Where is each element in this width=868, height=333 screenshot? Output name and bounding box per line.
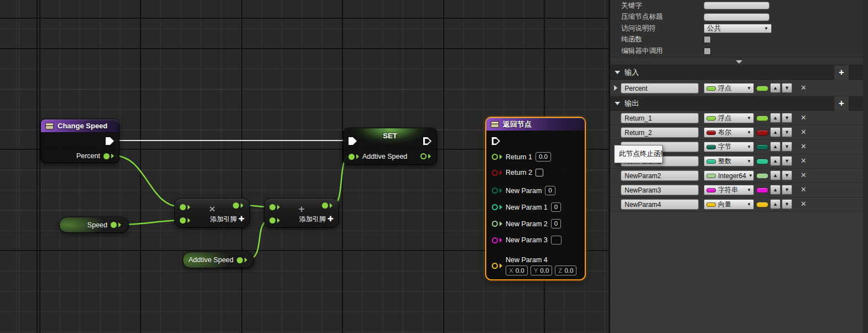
move-up-button[interactable]: ▲: [770, 113, 781, 123]
param-type-dropdown[interactable]: 向量 ▼: [704, 199, 754, 210]
int-pin[interactable]: [492, 204, 498, 210]
vector-y-field[interactable]: Y0.0: [531, 266, 553, 275]
move-up-button[interactable]: ▲: [770, 199, 781, 209]
node-change-speed[interactable]: Change Speed Percent: [40, 119, 119, 163]
param-type-dropdown[interactable]: 浮点 ▼: [704, 113, 754, 123]
vector-z-field[interactable]: Z0.0: [555, 266, 576, 275]
move-down-button[interactable]: ▼: [782, 156, 792, 166]
move-up-button[interactable]: ▲: [770, 127, 781, 137]
container-type-button[interactable]: [756, 116, 768, 121]
param-type-dropdown[interactable]: 整数 ▼: [704, 156, 754, 166]
param-name-input[interactable]: [621, 185, 699, 195]
node-multiply[interactable]: × 添加引脚✚: [174, 198, 250, 228]
compact-title-input[interactable]: [704, 13, 770, 21]
move-down-button[interactable]: ▼: [782, 170, 792, 180]
remove-param-button[interactable]: ✕: [801, 157, 807, 165]
param-name-input[interactable]: [621, 83, 699, 93]
byte-pin[interactable]: [492, 188, 498, 194]
node-return[interactable]: 返回节点 Return 1 0.0 Return 2 New Param 0: [485, 117, 586, 280]
container-type-button[interactable]: [756, 86, 768, 91]
in-pin[interactable]: [269, 204, 276, 210]
call-in-editor-checkbox[interactable]: [704, 48, 711, 55]
percent-out-pin[interactable]: [103, 153, 110, 159]
bool-checkbox[interactable]: [536, 169, 543, 176]
value-field[interactable]: 0.0: [536, 152, 551, 162]
container-type-button[interactable]: [756, 130, 768, 136]
value-out-pin[interactable]: [420, 153, 427, 159]
param-type-dropdown[interactable]: Integer64 ▼: [704, 170, 754, 181]
container-type-button[interactable]: [756, 202, 768, 207]
vector-pin[interactable]: [492, 263, 498, 269]
remove-param-button[interactable]: ✕: [801, 84, 807, 92]
remove-param-button[interactable]: ✕: [801, 142, 807, 150]
remove-param-button[interactable]: ✕: [801, 113, 807, 122]
param-type-dropdown[interactable]: 字符串 ▼: [704, 185, 754, 195]
move-down-button[interactable]: ▼: [782, 127, 792, 137]
param-type-dropdown[interactable]: 字节 ▼: [704, 142, 754, 152]
add-pin-button[interactable]: 添加引脚✚: [299, 215, 334, 224]
in-pin[interactable]: [180, 204, 186, 210]
remove-param-button[interactable]: ✕: [801, 171, 807, 179]
remove-param-button[interactable]: ✕: [801, 128, 807, 136]
move-down-button[interactable]: ▼: [782, 83, 792, 93]
node-header[interactable]: Change Speed: [41, 119, 119, 133]
node-header[interactable]: 返回节点: [486, 118, 585, 131]
int64-pin[interactable]: [492, 221, 498, 227]
outputs-section-header[interactable]: 输出 +: [610, 96, 863, 111]
advanced-toggle-strip[interactable]: [610, 57, 863, 65]
pin-tick: [500, 154, 502, 159]
param-name-input[interactable]: [621, 127, 699, 138]
bool-pin[interactable]: [492, 170, 498, 176]
add-input-button[interactable]: +: [834, 65, 849, 80]
vector-x-field[interactable]: X0.0: [506, 266, 528, 275]
add-pin-button[interactable]: 添加引脚✚: [210, 215, 245, 224]
keywords-input[interactable]: [704, 2, 770, 9]
param-name-input[interactable]: [621, 113, 699, 123]
in-pin[interactable]: [180, 217, 186, 223]
panel-scroll-gutter[interactable]: [863, 0, 868, 333]
pure-function-checkbox[interactable]: [704, 36, 711, 43]
value-field[interactable]: 0: [545, 186, 555, 195]
container-type-button[interactable]: [756, 188, 768, 193]
string-field[interactable]: [551, 236, 562, 244]
out-pin[interactable]: [322, 202, 328, 209]
param-name-input[interactable]: [621, 199, 699, 210]
remove-param-button[interactable]: ✕: [801, 200, 807, 208]
node-get-addtive-speed[interactable]: Addtive Speed: [183, 252, 254, 268]
expand-row-icon[interactable]: [614, 85, 617, 91]
move-up-button[interactable]: ▲: [770, 185, 781, 195]
move-up-button[interactable]: ▲: [770, 83, 781, 93]
move-down-button[interactable]: ▼: [782, 142, 792, 152]
container-type-button[interactable]: [756, 173, 768, 179]
param-type-dropdown[interactable]: 布尔 ▼: [704, 127, 754, 138]
string-pin[interactable]: [492, 237, 498, 243]
node-add[interactable]: + 添加引脚✚: [264, 198, 339, 228]
move-down-button[interactable]: ▼: [782, 185, 792, 195]
add-output-button[interactable]: +: [834, 96, 849, 111]
blueprint-graph-canvas[interactable]: Change Speed Percent SET Addtive Speed: [0, 0, 609, 333]
inputs-section-header[interactable]: 输入 +: [610, 65, 863, 80]
container-type-button[interactable]: [756, 159, 768, 164]
param-name-input[interactable]: [621, 170, 699, 181]
out-pin[interactable]: [233, 202, 239, 209]
in-pin[interactable]: [269, 217, 276, 223]
move-down-button[interactable]: ▼: [782, 113, 792, 123]
out-pin[interactable]: [111, 222, 117, 228]
move-down-button[interactable]: ▼: [782, 199, 792, 209]
container-type-button[interactable]: [756, 144, 768, 150]
float-pin[interactable]: [492, 154, 498, 160]
remove-param-button[interactable]: ✕: [801, 185, 807, 194]
value-field[interactable]: 0: [551, 219, 561, 228]
exec-out-pin[interactable]: [106, 137, 114, 145]
exec-in-pin[interactable]: [492, 137, 500, 145]
value-field[interactable]: 0: [551, 202, 561, 212]
out-pin[interactable]: [237, 257, 243, 263]
param-type-dropdown[interactable]: 浮点 ▼: [704, 83, 754, 93]
node-set-addtive-speed[interactable]: SET Addtive Speed: [343, 128, 437, 165]
move-up-button[interactable]: ▲: [770, 142, 781, 152]
access-specifier-dropdown[interactable]: 公共 ▼: [704, 24, 772, 33]
move-up-button[interactable]: ▲: [770, 170, 781, 180]
value-in-pin[interactable]: [349, 154, 355, 160]
node-get-speed[interactable]: Speed: [59, 217, 129, 233]
move-up-button[interactable]: ▲: [770, 156, 781, 166]
